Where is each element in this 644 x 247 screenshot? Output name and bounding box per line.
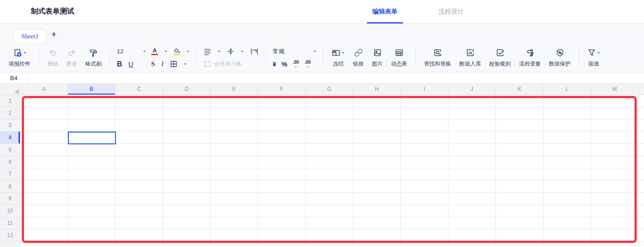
column-header-A[interactable]: A xyxy=(20,84,68,95)
currency-button[interactable]: ¥ xyxy=(273,61,276,68)
row-header-11[interactable]: 11 xyxy=(0,217,20,229)
undo-label: 撤销 xyxy=(47,60,58,68)
row-header-5[interactable]: 5 xyxy=(0,144,20,156)
undo-button[interactable]: 撤销 xyxy=(43,48,62,68)
select-all-corner[interactable] xyxy=(0,84,20,95)
column-header-G[interactable]: G xyxy=(306,84,353,95)
italic-button[interactable]: I xyxy=(161,61,163,67)
find-replace-icon xyxy=(433,48,442,57)
toolbar-divider xyxy=(110,49,110,66)
text-color-button[interactable]: A xyxy=(151,48,158,55)
sheet-cells-area[interactable] xyxy=(20,95,644,247)
row-header-1[interactable]: 1 xyxy=(0,95,20,107)
formula-input[interactable] xyxy=(28,72,644,83)
strikethrough-button[interactable]: S xyxy=(151,61,155,67)
arrow-right-icon: → xyxy=(306,64,310,68)
increase-decimal-button[interactable]: .00 → xyxy=(304,60,311,68)
row-header-4[interactable]: 4 xyxy=(0,132,20,144)
spreadsheet: ABCDEFGHIJKLM 123456789101112 xyxy=(0,84,644,247)
freeze-icon xyxy=(332,49,341,57)
number-format-select[interactable]: 常规 xyxy=(273,48,316,56)
row-header-10[interactable]: 10 xyxy=(0,205,20,217)
freeze-button[interactable]: 冻结 xyxy=(327,48,349,68)
column-header-J[interactable]: J xyxy=(448,84,496,95)
fill-color-button[interactable] xyxy=(173,48,180,55)
format-painter-label: 格式刷 xyxy=(85,60,101,68)
format-painter-button[interactable]: 格式刷 xyxy=(81,48,106,68)
column-header-I[interactable]: I xyxy=(401,84,448,95)
row-header-7[interactable]: 7 xyxy=(0,168,20,180)
row-header-filler xyxy=(0,242,20,247)
column-header-filler xyxy=(639,84,644,95)
app-header: 制式表单测试 编辑表单 流程设计 xyxy=(0,0,644,24)
link-label: 链接 xyxy=(353,60,364,68)
chevron-down-icon xyxy=(597,52,600,55)
column-header-L[interactable]: L xyxy=(543,84,591,95)
fill-control-button[interactable]: 填报控件 xyxy=(5,48,34,68)
flow-variables-button[interactable]: 流程变量 xyxy=(515,48,545,68)
chevron-down-icon[interactable] xyxy=(184,63,187,66)
underline-button[interactable]: U xyxy=(129,61,134,67)
cell-name-box[interactable]: B4 xyxy=(0,72,28,83)
image-button[interactable]: 图片 xyxy=(368,48,387,68)
toolbar-divider xyxy=(38,49,39,66)
sheet-tab-sheet1[interactable]: Sheet1 xyxy=(14,29,46,43)
column-header-K[interactable]: K xyxy=(496,84,543,95)
column-header-M[interactable]: M xyxy=(591,84,639,95)
find-replace-button[interactable]: 查找和替换 xyxy=(420,48,455,68)
row-header-8[interactable]: 8 xyxy=(0,180,20,193)
dynamic-table-label: 动态表 xyxy=(391,60,407,68)
header-tabs: 编辑表单 流程设计 xyxy=(367,0,469,24)
column-header-E[interactable]: E xyxy=(211,84,258,95)
chevron-down-icon[interactable] xyxy=(164,51,167,54)
validation-rules-button[interactable]: 校验规则 xyxy=(485,48,515,68)
chevron-down-icon[interactable] xyxy=(241,51,244,54)
text-color-letter: A xyxy=(153,48,157,53)
add-sheet-button[interactable]: + xyxy=(46,27,62,42)
column-header-H[interactable]: H xyxy=(353,84,401,95)
vertical-align-icon[interactable] xyxy=(227,48,235,55)
row-header-3[interactable]: 3 xyxy=(0,119,20,132)
bold-button[interactable]: B xyxy=(117,61,122,68)
arrow-left-icon: ← xyxy=(294,64,298,68)
redo-button[interactable]: 重做 xyxy=(62,48,81,68)
image-label: 图片 xyxy=(372,60,383,68)
decrease-decimal-button[interactable]: .00 ← xyxy=(293,60,299,68)
borders-icon[interactable] xyxy=(170,60,178,68)
dynamic-table-button[interactable]: 动态表 xyxy=(387,48,411,68)
tab-flow-design[interactable]: 流程设计 xyxy=(433,0,469,24)
toolbar-divider xyxy=(415,49,416,66)
validation-rules-label: 校验规则 xyxy=(489,60,511,68)
row-header-6[interactable]: 6 xyxy=(0,156,20,168)
tab-edit-form[interactable]: 编辑表单 xyxy=(367,0,403,24)
chevron-down-icon[interactable] xyxy=(187,51,189,54)
chevron-down-icon xyxy=(313,51,316,54)
row-header-9[interactable]: 9 xyxy=(0,193,20,205)
data-protection-button[interactable]: 数据保护 xyxy=(545,48,575,68)
column-header-B[interactable]: B xyxy=(68,84,115,95)
data-store-button[interactable]: 数据入库 xyxy=(455,48,485,68)
chevron-down-icon[interactable] xyxy=(218,51,221,54)
percent-button[interactable]: % xyxy=(282,61,287,68)
image-icon xyxy=(373,48,382,57)
filter-button[interactable]: 筛选 xyxy=(583,48,604,68)
column-header-C[interactable]: C xyxy=(115,84,163,95)
redo-icon xyxy=(67,48,76,57)
column-headers: ABCDEFGHIJKLM xyxy=(20,84,644,95)
row-header-2[interactable]: 2 xyxy=(0,107,20,119)
number-format-value: 常规 xyxy=(273,48,284,56)
horizontal-align-icon[interactable] xyxy=(203,48,211,55)
merge-cells-icon[interactable] xyxy=(203,60,211,68)
merge-cells-label[interactable]: 合并单元格 xyxy=(214,60,241,68)
font-size-select[interactable]: 12 xyxy=(117,48,146,55)
alignment-group: 合并单元格 xyxy=(201,47,261,69)
data-protection-icon xyxy=(556,48,564,57)
row-header-12[interactable]: 12 xyxy=(0,229,20,242)
redo-label: 重做 xyxy=(66,60,77,68)
paint-bucket-icon xyxy=(173,48,180,53)
text-rotate-icon[interactable] xyxy=(250,48,259,55)
font-group: 12 B U xyxy=(114,47,149,69)
column-header-F[interactable]: F xyxy=(258,84,306,95)
column-header-D[interactable]: D xyxy=(163,84,211,95)
link-button[interactable]: 链接 xyxy=(349,48,368,68)
